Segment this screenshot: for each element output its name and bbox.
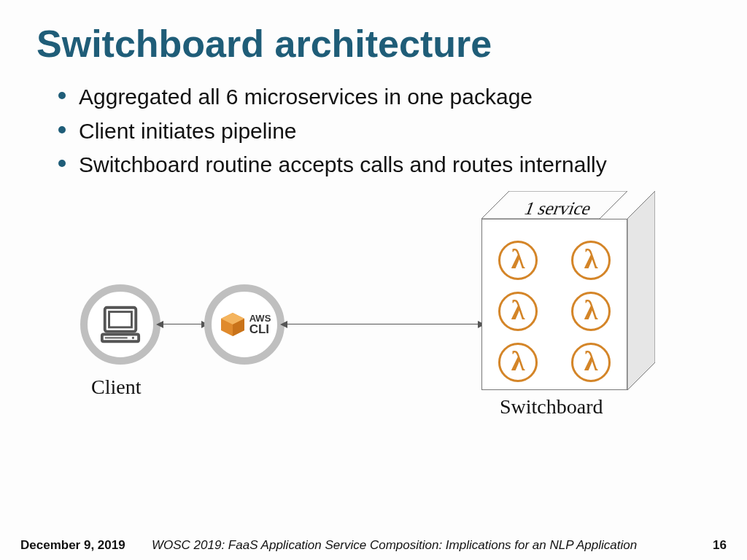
lambda-icon [571,292,611,331]
aws-bottom-text: CLI [249,323,271,335]
aws-box-icon [218,310,247,339]
computer-icon [99,303,142,346]
bullet-item: Client initiates pipeline [58,114,718,149]
svg-rect-1 [109,311,132,327]
lambda-icon [571,241,611,280]
client-label: Client [91,376,141,399]
aws-cli-node: AWS CLI [204,284,285,365]
slide-footer: December 9, 2019 WOSC 2019: FaaS Applica… [0,531,747,560]
slide: Switchboard architecture Aggregated all … [0,0,747,560]
footer-page-number: 16 [697,538,727,553]
switchboard-label: Switchboard [500,395,603,419]
bullet-item: Aggregated all 6 microservices in one pa… [58,80,718,114]
footer-title: WOSC 2019: FaaS Application Service Comp… [152,538,697,553]
lambda-icon [498,292,538,331]
footer-date: December 9, 2019 [20,538,152,553]
arrow-aws-switchboard [286,324,479,324]
lambda-icon [498,343,538,382]
lambda-grid [492,241,616,382]
architecture-diagram: Client AWS CLI [58,204,642,438]
slide-title: Switchboard architecture [36,22,718,66]
aws-cli-text: AWS CLI [249,314,271,335]
arrow-client-aws [162,324,203,324]
bullet-list: Aggregated all 6 microservices in one pa… [58,80,718,182]
svg-marker-9 [627,191,655,390]
service-count-label: 1 service [522,198,595,219]
aws-top-text: AWS [249,314,271,323]
lambda-icon [498,241,538,280]
client-node [80,284,160,365]
bullet-item: Switchboard routine accepts calls and ro… [58,148,718,182]
svg-point-3 [132,336,134,338]
service-box-side-face [627,191,655,390]
lambda-icon [571,343,611,382]
